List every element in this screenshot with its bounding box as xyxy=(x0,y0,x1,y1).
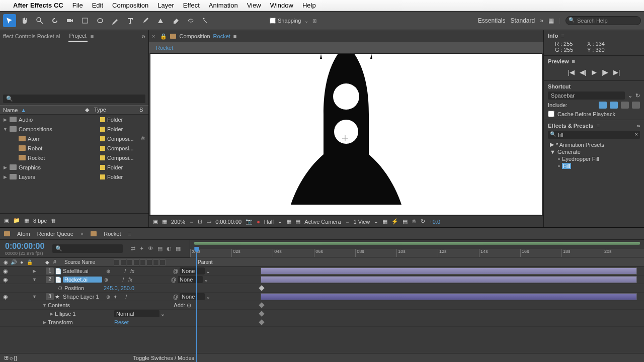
twirl-icon[interactable]: ▼ xyxy=(3,127,8,132)
camera-tool[interactable] xyxy=(63,14,76,27)
comp-mini-flowchart-icon[interactable]: ⇄ xyxy=(131,245,135,252)
channel-icon[interactable]: ● xyxy=(257,219,260,225)
composition-viewer[interactable] xyxy=(150,53,542,215)
shape-tool[interactable] xyxy=(94,14,107,27)
snapping-checkbox[interactable] xyxy=(270,18,276,24)
col-size[interactable]: S xyxy=(139,107,145,113)
label-col-icon[interactable]: ◆ xyxy=(85,107,94,113)
panel-menu-icon[interactable]: ≡ xyxy=(233,33,236,39)
new-comp-icon[interactable]: ▦ xyxy=(24,217,29,224)
project-row-layers[interactable]: ▶Layers Folder xyxy=(0,172,148,182)
flowchart-icon[interactable]: ⚛ xyxy=(140,135,145,142)
workspace-grid-icon[interactable]: ▦ xyxy=(548,17,554,24)
panel-menu-icon[interactable]: ≡ xyxy=(572,58,575,64)
twirl-icon[interactable]: ▶ xyxy=(3,165,8,170)
layer-name[interactable]: Satellite.ai xyxy=(63,268,104,274)
rotate-tool[interactable] xyxy=(48,14,61,27)
workspace-essentials[interactable]: Essentials xyxy=(478,17,506,24)
twirl-icon[interactable]: ▼ xyxy=(32,294,37,299)
label-col[interactable]: ◆ xyxy=(45,259,52,265)
layer-bar[interactable] xyxy=(261,267,637,275)
selection-tool[interactable] xyxy=(3,14,16,27)
num-col[interactable]: # xyxy=(53,259,61,265)
effects-search-input[interactable]: fill × xyxy=(548,131,640,139)
timeline-tab-atom[interactable]: Atom xyxy=(17,231,30,237)
twirl-icon[interactable]: ▶ xyxy=(49,311,54,316)
twirl-icon[interactable]: ▶ xyxy=(3,174,8,179)
keyframe-nav[interactable] xyxy=(259,319,264,325)
layer-bar[interactable] xyxy=(261,276,637,283)
timeline-tab-rocket[interactable]: Rocket xyxy=(104,231,121,237)
pickwhip-icon[interactable]: @ xyxy=(171,277,177,283)
effects-tree-row[interactable]: ▼Generate xyxy=(548,148,640,155)
layer-bar[interactable] xyxy=(261,293,637,300)
keyframe-nav[interactable] xyxy=(259,311,264,316)
last-frame-icon[interactable]: ▶| xyxy=(613,68,620,76)
keyframe[interactable] xyxy=(259,285,264,291)
exposure-value[interactable]: +0.0 xyxy=(429,219,440,225)
roto-tool[interactable] xyxy=(184,14,197,27)
motion-blur-icon[interactable]: ◐ xyxy=(167,245,172,252)
workspace-overflow-icon[interactable]: » xyxy=(540,17,543,24)
video-col-icon[interactable]: ◉ xyxy=(2,259,9,265)
panel-menu-icon[interactable]: ≡ xyxy=(91,33,94,39)
pickwhip-icon[interactable]: @ xyxy=(173,294,179,300)
interpret-icon[interactable]: ▣ xyxy=(4,217,9,224)
timeline-search[interactable]: 🔍 xyxy=(52,244,123,253)
effects-tree-item[interactable]: ▫Eyedropper Fill xyxy=(548,155,640,162)
workspace-standard[interactable]: Standard xyxy=(510,17,535,24)
layer-name[interactable]: Rocket.ai xyxy=(63,277,102,283)
audio-col-icon[interactable]: 🔊 xyxy=(10,259,17,265)
tl-footer-icon[interactable]: ☼ xyxy=(9,355,14,361)
flowchart-icon[interactable]: ⚛ xyxy=(412,218,417,225)
parent-dropdown[interactable]: None xyxy=(180,293,205,300)
include-video-icon[interactable] xyxy=(599,102,607,109)
guide-icon[interactable]: ▤ xyxy=(295,218,300,225)
stopwatch-icon[interactable]: ⏱ xyxy=(57,285,63,291)
layer-name[interactable]: Shape Layer 1 xyxy=(63,294,104,300)
property-row-transform[interactable]: ▶ Transform Reset xyxy=(0,318,644,327)
toggle-switches-button[interactable]: Toggle Switches / Modes xyxy=(133,355,194,361)
layer-row-satellite[interactable]: ◉ ▶ 1 📄 Satellite.ai ⊕/fx @ None⌄ xyxy=(0,267,644,276)
include-loop-icon[interactable] xyxy=(632,102,640,109)
source-name-col[interactable]: Source Name xyxy=(62,259,111,265)
project-tab[interactable]: Project xyxy=(68,31,88,42)
first-frame-icon[interactable]: |◀ xyxy=(568,68,575,76)
project-row-compositions[interactable]: ▼Compositions Folder xyxy=(0,124,148,134)
bpc-value[interactable]: 8 bpc xyxy=(33,218,47,224)
panel-menu-icon[interactable]: ≡ xyxy=(128,231,131,237)
cache-checkbox[interactable] xyxy=(548,111,554,117)
property-row-ellipse[interactable]: ▶ Ellipse 1 Normal⌄ xyxy=(0,310,644,318)
work-area-bar[interactable] xyxy=(194,242,640,245)
camera-value[interactable]: Active Camera xyxy=(304,219,341,225)
always-preview-icon[interactable]: ▣ xyxy=(153,218,158,225)
transparency-grid-icon[interactable]: ▦ xyxy=(162,218,167,225)
project-row-atom[interactable]: Atom Composi...⚛ xyxy=(0,134,148,143)
parent-col[interactable]: Parent xyxy=(198,259,212,265)
zoom-tool[interactable] xyxy=(33,14,46,27)
lock-icon[interactable]: 🔒 xyxy=(160,33,167,40)
project-row-rocket[interactable]: Rocket Composi... xyxy=(0,153,148,162)
search-help-input[interactable]: Search Help xyxy=(566,16,641,25)
blend-mode-dropdown[interactable]: Normal xyxy=(114,310,159,317)
grid-icon[interactable]: ▦ xyxy=(286,218,291,225)
next-frame-icon[interactable]: |▶ xyxy=(602,68,608,76)
new-folder-icon[interactable]: 📁 xyxy=(13,217,20,224)
snapping-toggle[interactable]: Snapping ⌄ ⊞ xyxy=(270,18,317,24)
solo-col-icon[interactable]: ● xyxy=(18,259,25,265)
clone-tool[interactable] xyxy=(154,14,167,27)
pen-tool[interactable] xyxy=(109,14,122,27)
menu-window[interactable]: Window xyxy=(270,2,293,9)
trash-icon[interactable]: 🗑 xyxy=(51,218,56,224)
include-overlays-icon[interactable] xyxy=(621,102,629,109)
shy-icon[interactable]: 👁 xyxy=(148,245,153,252)
views-value[interactable]: 1 View xyxy=(354,219,370,225)
effects-tree-row[interactable]: ▶* Animation Presets xyxy=(548,141,640,148)
add-menu-icon[interactable]: ⊙ xyxy=(187,302,191,308)
zoom-value[interactable]: 200% xyxy=(171,219,185,225)
frame-blend-icon[interactable]: ▤ xyxy=(157,245,163,252)
panel-menu-icon[interactable]: ≡ xyxy=(597,123,600,129)
project-row-robot[interactable]: Robot Composi... xyxy=(0,143,148,153)
close-tab-icon[interactable]: × xyxy=(80,231,84,237)
property-row-contents[interactable]: ▼ Contents Add: ⊙ xyxy=(0,301,644,310)
